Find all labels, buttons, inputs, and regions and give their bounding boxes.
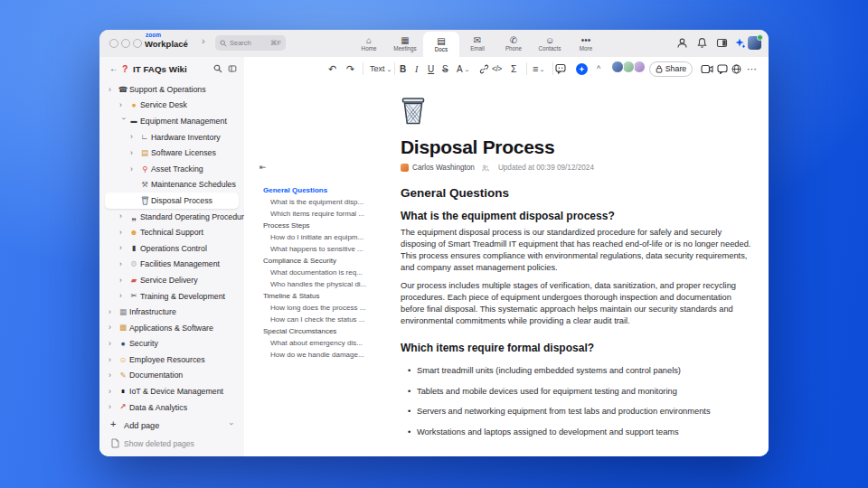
chevron-right-icon[interactable]: ›	[108, 371, 117, 380]
chevron-right-icon[interactable]: ›	[119, 244, 127, 252]
toc-item[interactable]: Which items require formal ...	[244, 208, 371, 220]
nav-forward-icon[interactable]: ›	[202, 35, 205, 46]
collaborator-avatar[interactable]	[622, 61, 635, 73]
chevron-right-icon[interactable]: ›	[108, 403, 117, 411]
toc-section[interactable]: Special Circumstances	[244, 325, 371, 337]
text-style-dropdown[interactable]: Text⌄	[370, 60, 392, 78]
sidebar-collapse-icon[interactable]	[228, 64, 237, 73]
tab-phone[interactable]: ✆ Phone	[495, 30, 532, 57]
nav-back-icon[interactable]: ‹	[184, 35, 188, 46]
bold-button[interactable]: B	[400, 60, 406, 78]
code-icon[interactable]: </>	[492, 60, 502, 78]
sidebar-item-security[interactable]: › ● Security	[99, 336, 244, 352]
sidebar-item-employee-resources[interactable]: › ☺ Employee Resources	[99, 352, 244, 368]
toc-collapse-icon[interactable]: ⇤	[259, 163, 267, 172]
toc-section[interactable]: General Questions	[244, 184, 371, 196]
chat-icon[interactable]	[717, 60, 728, 78]
toc-item[interactable]: Who handles the physical di...	[244, 278, 371, 290]
chevron-right-icon[interactable]: ›	[130, 165, 138, 174]
window-close-button[interactable]	[109, 39, 118, 48]
profile-icon[interactable]	[676, 37, 688, 49]
show-deleted-pages-button[interactable]: Show deleted pages	[99, 436, 244, 451]
collaborator-avatar[interactable]	[633, 61, 646, 73]
add-page-button[interactable]: + Add page ›	[99, 417, 244, 433]
sidebar-search-icon[interactable]	[213, 64, 222, 73]
chevron-right-icon[interactable]: ›	[130, 149, 138, 157]
ai-companion-button[interactable]	[576, 60, 588, 78]
formula-icon[interactable]: Σ	[511, 60, 517, 78]
toc-item[interactable]: How long does the process ...	[244, 302, 371, 314]
sidebar-item-software-licenses[interactable]: › ▤ Software Licenses	[99, 145, 244, 161]
window-minimize-button[interactable]	[121, 39, 130, 48]
chevron-right-icon[interactable]: ›	[108, 308, 117, 316]
chevron-right-icon[interactable]: ›	[119, 212, 127, 221]
link-icon[interactable]	[479, 60, 489, 78]
chevron-right-icon[interactable]: ›	[108, 340, 117, 348]
toc-item[interactable]: What about emergency dis...	[244, 337, 371, 349]
undo-icon[interactable]: ↶	[328, 60, 336, 78]
share-button[interactable]: Share	[649, 61, 693, 77]
chevron-right-icon[interactable]: ›	[108, 324, 117, 332]
tab-more[interactable]: ••• More	[568, 30, 604, 57]
comment-icon[interactable]	[555, 60, 566, 78]
global-search-input[interactable]: Search ⌘F	[215, 35, 286, 51]
tab-docs[interactable]: ▤ Docs	[423, 32, 459, 57]
collaborator-avatar[interactable]	[611, 61, 624, 73]
chevron-down-icon[interactable]: ›	[119, 117, 127, 125]
sidebar-item-technical-support[interactable]: › ☻ Technical Support	[99, 224, 244, 240]
toc-item[interactable]: How do I initiate an equipm...	[244, 231, 371, 243]
chevron-right-icon[interactable]: ›	[108, 388, 117, 396]
tab-meetings[interactable]: ▦ Meetings	[387, 30, 423, 57]
globe-icon[interactable]	[731, 60, 741, 78]
tab-email[interactable]: ✉ Email	[459, 30, 495, 57]
sidebar-item-applications-software[interactable]: › ▩ Applications & Software	[99, 320, 244, 336]
sidebar-item-facilities-management[interactable]: › ⚙ Facilities Management	[99, 257, 244, 273]
notifications-bell-icon[interactable]	[696, 37, 708, 49]
sidebar-item-iot-device-management[interactable]: › ∎ IoT & Device Management	[99, 383, 244, 399]
chevron-right-icon[interactable]: ›	[119, 101, 127, 109]
sidebar-item-operations-control[interactable]: › ▮ Operations Control	[99, 240, 244, 257]
chevron-down-icon[interactable]: ›	[228, 423, 237, 426]
toc-section[interactable]: Compliance & Security	[244, 255, 371, 267]
sidebar-item-standard-operating-procedures[interactable]: › „ Standard Operating Procedures	[99, 209, 244, 225]
toc-item[interactable]: How do we handle damage...	[244, 349, 371, 361]
chevron-right-icon[interactable]: ›	[119, 277, 127, 285]
sidebar-item-infrastructure[interactable]: › ▦ Infrastructure	[99, 304, 244, 320]
toc-item[interactable]: What is the equipment disp...	[244, 196, 371, 208]
collapse-toolbar-icon[interactable]: ^	[597, 60, 600, 78]
back-arrow-icon[interactable]: ←	[109, 63, 118, 73]
chevron-right-icon[interactable]: ›	[119, 260, 127, 268]
sidebar-item-support-operations[interactable]: › ☎ Support & Operations	[99, 81, 244, 98]
sidebar-item-asset-tracking[interactable]: › ⚲ Asset Tracking	[99, 161, 244, 177]
sidebar-item-hardware-inventory[interactable]: › ∟ Hardware Inventory	[99, 129, 244, 145]
video-icon[interactable]	[701, 60, 713, 78]
window-zoom-button[interactable]	[133, 39, 142, 48]
panel-toggle-icon[interactable]	[716, 37, 728, 49]
sidebar-item-service-delivery[interactable]: › ▰ Service Delivery	[99, 272, 244, 288]
italic-button[interactable]: I	[415, 60, 418, 78]
sidebar-item-maintenance-schedules[interactable]: ⚒ Maintenance Schedules	[99, 177, 244, 193]
sidebar-item-training-development[interactable]: › ✂ Training & Development	[99, 288, 244, 305]
strikethrough-button[interactable]: S	[442, 60, 448, 78]
chevron-right-icon[interactable]: ›	[108, 356, 117, 364]
list-format-dropdown[interactable]: ≡⌄	[533, 60, 544, 78]
user-avatar[interactable]	[748, 36, 761, 50]
chevron-right-icon[interactable]: ›	[119, 229, 127, 237]
sidebar-item-documentation[interactable]: › ✎ Documentation	[99, 368, 244, 384]
tab-home[interactable]: ⌂ Home	[351, 30, 387, 57]
toc-item[interactable]: How can I check the status ...	[244, 314, 371, 325]
chevron-right-icon[interactable]: ›	[108, 86, 117, 94]
toc-section[interactable]: Timeline & Status	[244, 290, 371, 302]
ai-companion-icon[interactable]	[734, 37, 746, 49]
text-color-dropdown[interactable]: A⌄	[457, 60, 469, 78]
underline-button[interactable]: U	[428, 60, 434, 78]
redo-icon[interactable]: ↷	[346, 60, 354, 78]
toc-item[interactable]: What documentation is req...	[244, 267, 371, 278]
chevron-right-icon[interactable]: ›	[119, 292, 127, 300]
tab-contacts[interactable]: ☺ Contacts	[532, 30, 568, 57]
sidebar-item-data-analytics[interactable]: › ↗ Data & Analytics	[99, 399, 244, 416]
toc-section[interactable]: Process Steps	[244, 220, 371, 231]
more-options-icon[interactable]: ⋯	[747, 60, 757, 78]
sidebar-item-disposal-process[interactable]: Disposal Process	[105, 192, 239, 209]
chevron-right-icon[interactable]: ›	[130, 133, 138, 141]
